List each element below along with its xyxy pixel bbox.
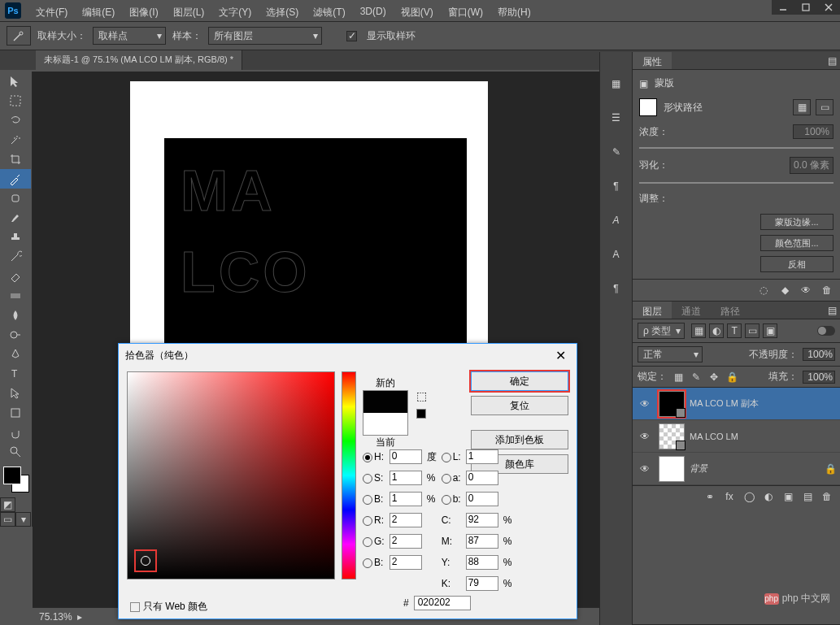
ok-button[interactable]: 确定 [471,371,568,391]
radio-bv[interactable] [363,495,372,505]
layer-filter-toggle[interactable] [817,326,835,336]
color-swatches[interactable] [0,465,32,497]
tool-preset-picker[interactable] [7,26,31,46]
input-a[interactable]: 0 [466,471,498,485]
apply-mask-icon[interactable]: ◆ [777,283,793,297]
add-mask-icon[interactable]: ◯ [741,489,757,504]
eyedropper-tool[interactable] [0,169,31,189]
input-hex[interactable]: 020202 [414,596,471,610]
add-swatch-button[interactable]: 添加到色板 [471,430,568,449]
dock-brushes-icon[interactable]: ✎ [604,140,629,164]
dialog-close-button[interactable]: ✕ [551,347,570,363]
path-select-tool[interactable] [0,384,31,403]
input-b[interactable]: 0 [466,492,498,506]
layer-name[interactable]: 背景 [690,462,707,475]
radio-l[interactable] [442,453,451,462]
radio-a[interactable] [442,474,451,484]
shape-path-thumb[interactable] [639,98,657,116]
new-fill-icon[interactable]: ◐ [760,489,777,504]
layer-row[interactable]: 👁 MA LCO LM 副本 [633,388,840,420]
visibility-eye-icon[interactable]: 👁 [636,398,654,410]
menu-edit[interactable]: 编辑(E) [76,3,121,21]
new-group-icon[interactable]: ▣ [780,489,796,504]
feather-value[interactable]: 0.0 像素 [790,157,833,174]
brush-tool[interactable] [0,208,31,228]
filter-adjust-icon[interactable]: ◐ [709,323,724,338]
dodge-tool[interactable] [0,325,31,345]
new-layer-icon[interactable]: ▤ [799,489,816,504]
quickmask-button[interactable]: ◩ [0,497,15,512]
tab-channels[interactable]: 通道 [672,302,711,319]
move-tool[interactable] [0,72,31,91]
delete-layer-icon[interactable]: 🗑 [819,489,835,504]
nearest-web-swatch[interactable] [416,409,426,419]
density-value[interactable]: 100% [793,124,833,139]
input-r[interactable]: 2 [390,513,422,527]
layer-fx-icon[interactable]: fx [721,489,738,504]
foreground-swatch[interactable] [3,467,21,484]
input-y[interactable]: 88 [466,555,498,570]
layer-name[interactable]: MA LCO LM [690,432,738,441]
toggle-mask-icon[interactable]: 👁 [798,283,814,297]
input-h[interactable]: 0 [390,449,422,464]
filter-smart-icon[interactable]: ▣ [763,323,777,338]
eraser-tool[interactable] [0,267,31,286]
blur-tool[interactable] [0,306,31,325]
tab-paths[interactable]: 路径 [711,302,750,319]
radio-g[interactable] [363,537,372,547]
radio-s[interactable] [363,474,372,484]
layer-thumb[interactable] [659,391,685,417]
layer-row[interactable]: 👁 背景 🔒 [633,453,840,485]
gamut-warning-icon[interactable]: ⬚ [416,389,427,402]
pen-tool[interactable] [0,345,31,364]
sample-layers-select[interactable]: 所有图层 [208,27,322,45]
layer-thumb[interactable] [659,456,685,482]
marquee-tool[interactable] [0,91,31,111]
input-l[interactable]: 1 [466,449,498,464]
dock-styles-icon[interactable]: ¶ [604,276,629,301]
menu-select[interactable]: 选择(S) [259,3,305,21]
input-bv[interactable]: 1 [390,492,422,506]
dock-paragraph-icon[interactable]: ¶ [604,174,629,198]
screenmode-menu[interactable]: ▾ [15,512,31,527]
stamp-tool[interactable] [0,228,31,247]
sample-size-select[interactable]: 取样点 [93,27,166,45]
input-k[interactable]: 79 [466,576,498,591]
zoom-tool[interactable] [0,442,31,462]
history-brush-tool[interactable] [0,247,31,267]
menu-window[interactable]: 窗口(W) [442,3,490,21]
saturation-value-field[interactable] [127,371,335,579]
filter-shape-icon[interactable]: ▭ [745,323,759,338]
input-b2[interactable]: 2 [390,555,422,570]
web-only-checkbox[interactable] [130,602,140,612]
screenmode-button[interactable]: ▭ [0,512,15,527]
opacity-value[interactable]: 100% [803,348,835,361]
maximize-button[interactable] [794,0,817,15]
input-g[interactable]: 2 [390,534,422,549]
properties-panel-menu[interactable]: ▤ [824,52,840,69]
fill-value[interactable]: 100% [803,371,835,384]
lock-paint-icon[interactable]: ✎ [690,371,703,384]
menu-type[interactable]: 文字(Y) [212,3,258,21]
lock-all-icon[interactable]: 🔒 [725,371,738,384]
mask-pixel-icon[interactable]: ▦ [793,99,811,115]
dock-navigator-icon[interactable]: ▦ [604,72,629,96]
radio-b[interactable] [442,495,451,505]
menu-help[interactable]: 帮助(H) [491,3,538,21]
menu-filter[interactable]: 滤镜(T) [307,3,351,21]
density-slider[interactable] [639,147,833,149]
radio-b2[interactable] [363,558,372,568]
status-menu-icon[interactable]: ▸ [77,611,82,623]
visibility-eye-icon[interactable]: 👁 [636,463,654,475]
new-current-swatch[interactable] [363,390,408,436]
input-c[interactable]: 92 [466,513,498,527]
layer-row[interactable]: 👁 MA LCO LM [633,420,840,453]
lock-transparent-icon[interactable]: ▦ [672,371,685,384]
zoom-value[interactable]: 75.13% [39,611,72,623]
menu-file[interactable]: 文件(F) [29,3,74,21]
input-m[interactable]: 87 [466,534,498,549]
gradient-tool[interactable] [0,286,31,306]
color-range-button[interactable]: 颜色范围... [760,235,833,251]
feather-slider[interactable] [639,182,833,184]
filter-pixel-icon[interactable]: ▦ [691,323,706,338]
